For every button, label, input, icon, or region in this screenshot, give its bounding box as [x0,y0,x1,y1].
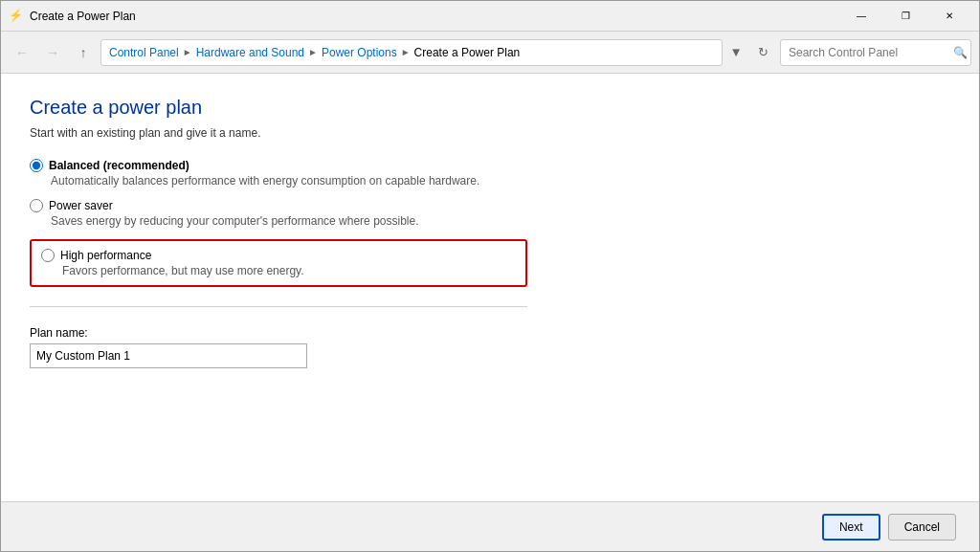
radio-desc-powersaver: Saves energy by reducing your computer's… [51,214,527,228]
plan-name-label: Plan name: [30,326,950,340]
minimize-button[interactable]: — [839,1,883,32]
page-subtitle: Start with an existing plan and give it … [30,126,950,140]
restore-button[interactable]: ❐ [883,1,927,32]
plan-name-section: Plan name: [30,326,950,368]
breadcrumb-current: Create a Power Plan [414,46,521,59]
up-button[interactable]: ↑ [70,39,97,66]
footer-bar: Next Cancel [1,501,979,551]
radio-option-powersaver: Power saver Saves energy by reducing you… [30,199,527,228]
main-window: ⚡ Create a Power Plan — ❐ ✕ ← → ↑ Contro… [0,0,980,552]
address-bar: ← → ↑ Control Panel ► Hardware and Sound… [1,32,979,74]
window-title: Create a Power Plan [30,10,839,23]
back-button[interactable]: ← [9,39,35,66]
divider [30,306,527,307]
radio-powersaver[interactable] [30,199,43,212]
breadcrumb-sep-3: ► [401,47,411,57]
title-bar: ⚡ Create a Power Plan — ❐ ✕ [1,1,979,32]
radio-label-balanced[interactable]: Balanced (recommended) [49,159,189,172]
breadcrumb-hardware-sound[interactable]: Hardware and Sound [196,46,304,59]
window-controls: — ❐ ✕ [839,1,971,32]
breadcrumb-sep-2: ► [308,47,318,57]
refresh-button[interactable]: ↻ [749,39,776,66]
plan-name-input[interactable] [30,343,307,368]
radio-desc-highperf: Favors performance, but may use more ene… [62,264,516,277]
breadcrumb-dropdown-button[interactable]: ▼ [726,39,746,66]
radio-label-row-highperf: High performance [41,249,516,262]
radio-label-row-balanced: Balanced (recommended) [30,159,527,172]
radio-label-row-powersaver: Power saver [30,199,527,212]
radio-highperf[interactable] [41,249,55,262]
breadcrumb-sep-1: ► [183,47,192,57]
main-content: Create a power plan Start with an existi… [1,74,979,501]
radio-label-powersaver[interactable]: Power saver [49,199,113,212]
radio-balanced[interactable] [30,159,43,172]
search-wrapper: 🔍 [780,39,971,66]
page-title: Create a power plan [30,97,950,119]
cancel-button[interactable]: Cancel [888,514,956,541]
breadcrumb-control-panel[interactable]: Control Panel [109,46,179,59]
radio-option-balanced: Balanced (recommended) Automatically bal… [30,159,527,188]
search-button[interactable]: 🔍 [952,45,968,60]
radio-group: Balanced (recommended) Automatically bal… [30,159,527,287]
search-input[interactable] [780,39,971,66]
radio-label-highperf[interactable]: High performance [60,249,151,262]
next-button[interactable]: Next [822,514,880,541]
close-button[interactable]: ✕ [927,1,971,32]
forward-button[interactable]: → [39,39,66,66]
radio-option-highperf-highlighted: High performance Favors performance, but… [30,239,527,287]
radio-desc-balanced: Automatically balances performance with … [51,174,527,188]
breadcrumb-bar: Control Panel ► Hardware and Sound ► Pow… [100,39,723,66]
breadcrumb-power-options[interactable]: Power Options [322,46,397,59]
window-icon: ⚡ [9,9,24,24]
